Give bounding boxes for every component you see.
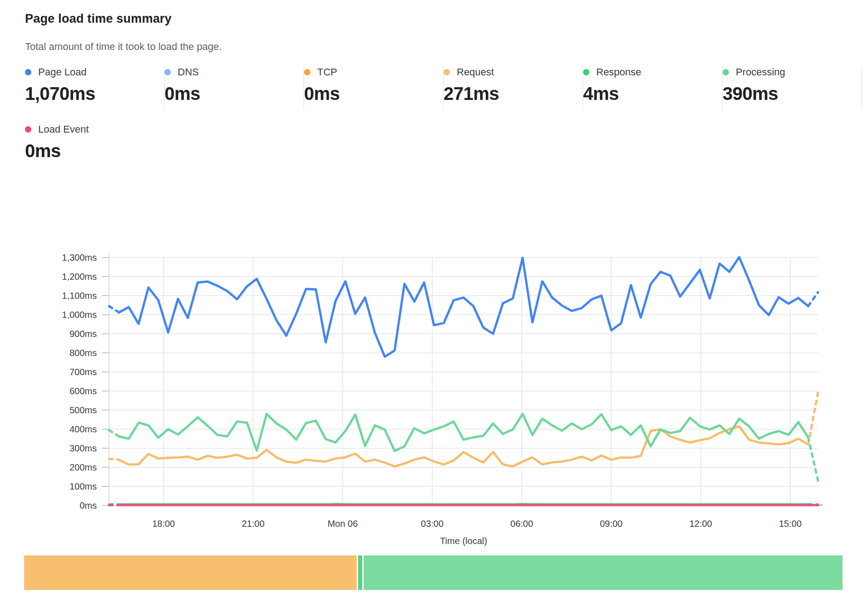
availability-segment-ok-sliver <box>358 555 362 590</box>
series-request-dashed <box>109 459 119 460</box>
y-tick-label: 600ms <box>70 386 97 396</box>
y-tick-label: 400ms <box>70 424 97 434</box>
series-processing-dashed <box>109 430 119 436</box>
x-tick-label: 03:00 <box>421 519 444 529</box>
x-tick-label: Mon 06 <box>328 519 358 529</box>
x-tick-label: 18:00 <box>152 519 175 529</box>
y-tick-label: 1,300ms <box>62 253 97 262</box>
y-tick-label: 800ms <box>70 348 97 358</box>
x-tick-label: 12:00 <box>689 519 712 529</box>
availability-timeline-bar[interactable] <box>24 555 844 590</box>
x-tick-label: 21:00 <box>242 519 264 529</box>
y-tick-label: 500ms <box>70 405 97 415</box>
availability-segment-ok <box>364 555 843 590</box>
availability-segment-warning <box>24 555 357 590</box>
series-page-load-dashed <box>109 306 119 312</box>
series-request <box>119 426 808 466</box>
y-tick-label: 1,100ms <box>62 291 97 301</box>
y-tick-label: 0ms <box>80 500 97 510</box>
y-tick-label: 100ms <box>70 481 97 491</box>
series-processing <box>119 414 808 451</box>
y-tick-label: 1,200ms <box>62 272 97 282</box>
series-processing-dashed <box>808 437 818 480</box>
series-request-dashed <box>808 392 818 444</box>
y-tick-label: 200ms <box>70 462 97 472</box>
x-tick-label: 15:00 <box>779 519 802 529</box>
y-tick-label: 1,000ms <box>62 310 97 320</box>
page-load-summary-panel: Page load time summary Total amount of t… <box>0 0 868 614</box>
series-page-load-dashed <box>808 292 818 306</box>
y-tick-label: 300ms <box>70 443 97 453</box>
series-page-load <box>119 257 808 357</box>
load-time-line-chart[interactable]: 0ms100ms200ms300ms400ms500ms600ms700ms80… <box>0 0 868 614</box>
x-tick-label: 06:00 <box>510 519 533 529</box>
y-tick-label: 900ms <box>70 329 97 339</box>
y-tick-label: 700ms <box>70 367 97 377</box>
x-axis-title: Time (local) <box>440 536 487 546</box>
x-tick-label: 09:00 <box>600 519 623 529</box>
